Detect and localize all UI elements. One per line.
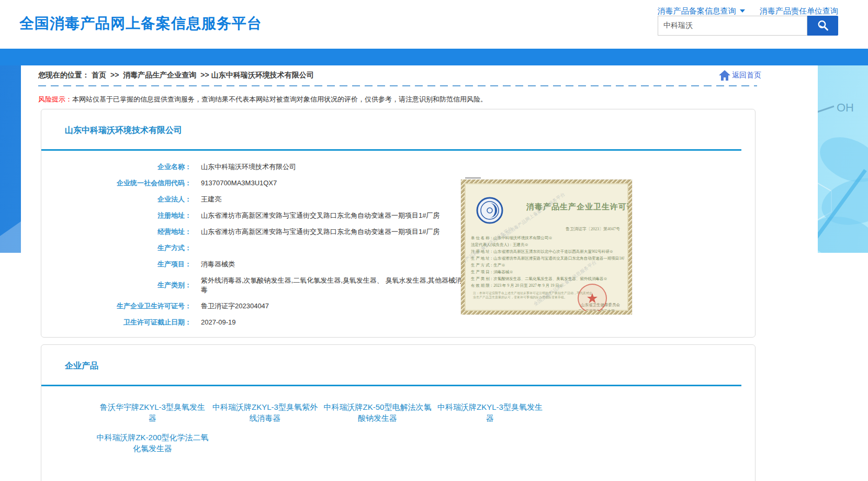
header-blue-bar bbox=[0, 49, 868, 65]
risk-warning: 风险提示：本网站仅基于已掌握的信息提供查询服务，查询结果不代表本网站对被查询对象… bbox=[38, 95, 487, 104]
field-value: 山东中科瑞沃环境技术有限公司 bbox=[201, 162, 296, 172]
search-box bbox=[658, 16, 838, 36]
field-row-license-expiry: 卫生许可证截止日期： 2027-09-19 bbox=[41, 318, 491, 327]
field-value: 王建亮 bbox=[201, 195, 221, 204]
nav-record-info-query[interactable]: 消毒产品备案信息查询 bbox=[658, 6, 745, 15]
field-row-license-number: 生产企业卫生许可证号： 鲁卫消证字202304047 bbox=[41, 301, 491, 311]
field-value: 2027-09-19 bbox=[201, 318, 236, 327]
product-list: 鲁沃华宇牌ZKYL-3型臭氧发生器 中科瑞沃牌ZKYL-3型臭氧紫外线消毒器 中… bbox=[96, 401, 557, 462]
breadcrumb: 您现在的位置：首页>>消毒产品生产企业查询>>山东中科瑞沃环境技术有限公司 bbox=[38, 71, 314, 80]
certificate-line: 生 产 地 址：山东省潍坊市高新区潍安路与宝通街交叉路口东北角自动变速器一期项目… bbox=[471, 255, 624, 262]
risk-warning-label: 风险提示： bbox=[38, 95, 72, 103]
field-row-credit-code: 企业统一社会信用代码： 91370700MA3M3U1QX7 bbox=[41, 178, 491, 188]
field-row-registered-address: 注册地址： 山东省潍坊市高新区潍安路与宝通街交叉路口东北角自动变速器一期项目1#… bbox=[41, 211, 491, 220]
product-link[interactable]: 中科瑞沃牌ZKYL-3型臭氧发生器 bbox=[434, 401, 546, 423]
nav-responsible-unit-query[interactable]: 消毒产品责任单位查询 bbox=[760, 6, 838, 15]
back-home-link[interactable]: 返回首页 bbox=[718, 70, 761, 81]
certificate-line: 法定代表人(或负责人)：王建亮※ bbox=[471, 241, 624, 248]
company-card-title: 山东中科瑞沃环境技术有限公司 bbox=[65, 125, 182, 136]
field-row-production-project: 生产项目： 消毒器械类 bbox=[41, 260, 491, 269]
card-title-underline bbox=[41, 149, 741, 151]
breadcrumb-prefix: 您现在的位置： bbox=[38, 71, 89, 79]
breadcrumb-separator: >> bbox=[200, 71, 209, 79]
company-info-card: 山东中科瑞沃环境技术有限公司 企业名称： 山东中科瑞沃环境技术有限公司 企业统一… bbox=[41, 109, 756, 338]
molecule-oh-label: OH bbox=[837, 101, 854, 114]
field-value: 91370700MA3M3U1QX7 bbox=[201, 178, 277, 188]
field-value: 紫外线消毒器,次氯酸钠发生器,二氧化氯发生器,臭氧发生器、 臭氧水发生器,其他器… bbox=[201, 276, 465, 295]
dashed-divider bbox=[38, 85, 757, 86]
field-value: 消毒器械类 bbox=[201, 260, 235, 269]
products-card-title: 企业产品 bbox=[65, 361, 98, 372]
product-link[interactable]: 中科瑞沃牌ZK-200型化学法二氧化氯发生器 bbox=[96, 432, 209, 454]
card-title-underline bbox=[41, 385, 741, 386]
breadcrumb-section-link[interactable]: 消毒产品生产企业查询 bbox=[123, 71, 196, 79]
certificate-emblem-icon bbox=[476, 197, 503, 224]
seal-star-icon bbox=[587, 293, 598, 304]
field-label: 注册地址： bbox=[41, 211, 191, 220]
product-link[interactable]: 鲁沃华宇牌ZKYL-3型臭氧发生器 bbox=[96, 401, 209, 423]
certificate-note: 注：本许可证仅限于在上述生产地址从事许可证注明的生产类别生产活动，不代表对企业生… bbox=[473, 291, 593, 299]
image-placeholder-dash bbox=[465, 177, 481, 178]
field-label: 企业统一社会信用代码： bbox=[41, 178, 191, 188]
certificate-watermark: 全国消毒产品网上备案信息服务平台 bbox=[501, 191, 566, 240]
certificate-line: 单 位 名 称：山东中科瑞沃环境技术有限公司※ bbox=[471, 234, 624, 241]
field-row-business-address: 经营地址： 山东省潍坊市高新区潍安路与宝通街交叉路口东北角自动变速器一期项目1#… bbox=[41, 227, 491, 237]
field-value: 山东省潍坊市高新区潍安路与宝通街交叉路口东北角自动变速器一期项目1#厂房 bbox=[201, 227, 439, 237]
certificate-line: 生 产 类 别：次氯酸钠发生器、二氧化氯发生器、臭氧发生器、紫外线消毒器※ bbox=[471, 275, 624, 282]
field-label: 生产类别： bbox=[41, 281, 191, 290]
back-home-label: 返回首页 bbox=[732, 71, 761, 80]
field-label: 生产项目： bbox=[41, 260, 191, 269]
red-seal-icon bbox=[578, 284, 607, 313]
field-value: 鲁卫消证字202304047 bbox=[201, 301, 269, 311]
field-label: 企业法人： bbox=[41, 195, 191, 204]
certificate-line: 生 产 项 目：消毒器械※ bbox=[471, 269, 624, 275]
nav-record-info-query-label: 消毒产品备案信息查询 bbox=[658, 6, 736, 15]
field-row-company-name: 企业名称： 山东中科瑞沃环境技术有限公司 bbox=[41, 162, 491, 172]
certificate-line: 注 册 地 址：山东省潍坊高新区玉清东街以北中心次干道以西高新大厦902号科研※ bbox=[471, 248, 624, 255]
risk-warning-text: 本网站仅基于已掌握的信息提供查询服务，查询结果不代表本网站对被查询对象信用状况的… bbox=[72, 95, 487, 103]
field-label: 生产企业卫生许可证号： bbox=[41, 301, 191, 311]
product-link[interactable]: 中科瑞沃牌ZKYL-3型臭氧紫外线消毒器 bbox=[209, 401, 321, 423]
product-link[interactable]: 中科瑞沃牌ZK-50型电解法次氯酸钠发生器 bbox=[321, 401, 434, 423]
home-icon bbox=[718, 70, 731, 81]
search-button[interactable] bbox=[807, 16, 838, 36]
field-row-production-method: 生产方式： bbox=[41, 243, 491, 253]
search-input[interactable] bbox=[658, 16, 807, 36]
breadcrumb-current: 山东中科瑞沃环境技术有限公司 bbox=[211, 71, 314, 79]
field-row-production-category: 生产类别： 紫外线消毒器,次氯酸钠发生器,二氧化氯发生器,臭氧发生器、 臭氧水发… bbox=[41, 276, 491, 295]
breadcrumb-home-link[interactable]: 首页 bbox=[92, 71, 106, 79]
certificate-line: 生 产 方 式：生产※ bbox=[471, 262, 624, 269]
field-row-legal-person: 企业法人： 王建亮 bbox=[41, 195, 491, 204]
field-value: 山东省潍坊市高新区潍安路与宝通街交叉路口东北角自动变速器一期项目1#厂房 bbox=[201, 211, 439, 220]
dropdown-arrow-icon bbox=[740, 9, 745, 13]
field-label: 企业名称： bbox=[41, 162, 191, 172]
certificate-number: 鲁卫消证字〔2023〕第4047号 bbox=[566, 226, 620, 232]
certificate-fields: 单 位 名 称：山东中科瑞沃环境技术有限公司※ 法定代表人(或负责人)：王建亮※… bbox=[471, 234, 624, 289]
site-header: 全国消毒产品网上备案信息服务平台 消毒产品备案信息查询 消毒产品责任单位查询 bbox=[0, 0, 868, 49]
main-content-panel: 您现在的位置：首页>>消毒产品生产企业查询>>山东中科瑞沃环境技术有限公司 返回… bbox=[21, 65, 818, 481]
field-label: 生产方式： bbox=[41, 243, 191, 253]
products-card: 企业产品 鲁沃华宇牌ZKYL-3型臭氧发生器 中科瑞沃牌ZKYL-3型臭氧紫外线… bbox=[41, 344, 756, 481]
field-label: 经营地址： bbox=[41, 227, 191, 237]
field-label: 卫生许可证截止日期： bbox=[41, 318, 191, 327]
search-icon bbox=[816, 19, 830, 32]
certificate-title: 消毒产品生产企业卫生许可证 bbox=[526, 202, 632, 212]
site-title: 全国消毒产品网上备案信息服务平台 bbox=[19, 14, 262, 33]
license-certificate-image: 消毒产品生产企业卫生许可证 鲁卫消证字〔2023〕第4047号 单 位 名 称：… bbox=[461, 180, 632, 315]
company-fields: 企业名称： 山东中科瑞沃环境技术有限公司 企业统一社会信用代码： 9137070… bbox=[41, 162, 491, 334]
top-nav: 消毒产品备案信息查询 消毒产品责任单位查询 bbox=[645, 6, 838, 16]
breadcrumb-separator: >> bbox=[110, 71, 119, 79]
